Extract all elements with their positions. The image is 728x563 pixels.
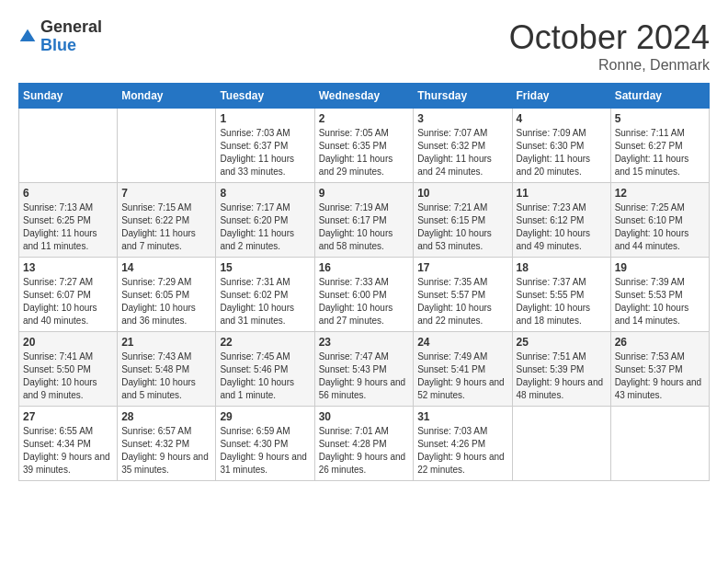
day-info: Sunrise: 7:35 AM Sunset: 5:57 PM Dayligh…: [417, 276, 507, 327]
day-number: 15: [220, 261, 310, 274]
day-info: Sunrise: 7:09 AM Sunset: 6:30 PM Dayligh…: [517, 127, 607, 178]
day-info: Sunrise: 7:45 AM Sunset: 5:46 PM Dayligh…: [220, 350, 310, 402]
calendar-cell: 3Sunrise: 7:07 AM Sunset: 6:32 PM Daylig…: [414, 109, 512, 183]
logo-icon: [18, 28, 37, 46]
calendar-cell: 9Sunrise: 7:19 AM Sunset: 6:17 PM Daylig…: [314, 183, 414, 258]
day-number: 25: [517, 336, 607, 349]
day-info: Sunrise: 7:11 AM Sunset: 6:27 PM Dayligh…: [615, 127, 705, 178]
calendar-cell: 25Sunrise: 7:51 AM Sunset: 5:39 PM Dayli…: [512, 332, 610, 407]
day-number: 10: [417, 187, 507, 200]
day-number: 27: [23, 410, 113, 423]
calendar-cell: 19Sunrise: 7:39 AM Sunset: 5:53 PM Dayli…: [610, 258, 709, 332]
calendar-cell: 12Sunrise: 7:25 AM Sunset: 6:10 PM Dayli…: [610, 183, 709, 258]
day-number: 7: [121, 187, 211, 200]
day-number: 12: [615, 187, 705, 200]
calendar-cell: 22Sunrise: 7:45 AM Sunset: 5:46 PM Dayli…: [216, 332, 314, 407]
calendar-cell: 5Sunrise: 7:11 AM Sunset: 6:27 PM Daylig…: [610, 109, 709, 183]
day-info: Sunrise: 7:51 AM Sunset: 5:39 PM Dayligh…: [517, 350, 607, 402]
day-info: Sunrise: 7:01 AM Sunset: 4:28 PM Dayligh…: [319, 425, 410, 477]
header: General Blue October 2024 Ronne, Denmark: [18, 18, 710, 74]
calendar-week-5: 27Sunrise: 6:55 AM Sunset: 4:34 PM Dayli…: [19, 407, 710, 481]
calendar-cell: 2Sunrise: 7:05 AM Sunset: 6:35 PM Daylig…: [314, 109, 414, 183]
calendar-cell: 29Sunrise: 6:59 AM Sunset: 4:30 PM Dayli…: [216, 407, 314, 481]
day-info: Sunrise: 7:19 AM Sunset: 6:17 PM Dayligh…: [319, 201, 410, 253]
day-info: Sunrise: 7:29 AM Sunset: 6:05 PM Dayligh…: [121, 276, 211, 327]
calendar-cell: [512, 407, 610, 481]
calendar-cell: [19, 109, 118, 183]
day-info: Sunrise: 7:27 AM Sunset: 6:07 PM Dayligh…: [23, 276, 113, 327]
day-header-saturday: Saturday: [610, 84, 709, 109]
day-number: 11: [517, 187, 607, 200]
title-area: October 2024 Ronne, Denmark: [509, 18, 710, 74]
day-number: 26: [615, 336, 705, 349]
calendar-cell: 14Sunrise: 7:29 AM Sunset: 6:05 PM Dayli…: [118, 258, 216, 332]
day-number: 9: [319, 187, 410, 200]
day-info: Sunrise: 7:39 AM Sunset: 5:53 PM Dayligh…: [615, 276, 705, 327]
day-info: Sunrise: 7:25 AM Sunset: 6:10 PM Dayligh…: [615, 201, 705, 253]
logo-text: General Blue: [40, 18, 102, 55]
day-header-monday: Monday: [118, 84, 216, 109]
day-info: Sunrise: 7:03 AM Sunset: 4:26 PM Dayligh…: [417, 425, 507, 477]
day-info: Sunrise: 7:47 AM Sunset: 5:43 PM Dayligh…: [319, 350, 410, 402]
day-info: Sunrise: 6:59 AM Sunset: 4:30 PM Dayligh…: [220, 425, 310, 477]
calendar-cell: 28Sunrise: 6:57 AM Sunset: 4:32 PM Dayli…: [118, 407, 216, 481]
calendar-cell: 8Sunrise: 7:17 AM Sunset: 6:20 PM Daylig…: [216, 183, 314, 258]
day-info: Sunrise: 7:33 AM Sunset: 6:00 PM Dayligh…: [319, 276, 410, 327]
day-info: Sunrise: 7:21 AM Sunset: 6:15 PM Dayligh…: [417, 201, 507, 253]
calendar-cell: 24Sunrise: 7:49 AM Sunset: 5:41 PM Dayli…: [414, 332, 512, 407]
day-number: 13: [23, 261, 113, 274]
calendar-cell: 17Sunrise: 7:35 AM Sunset: 5:57 PM Dayli…: [414, 258, 512, 332]
calendar-cell: 7Sunrise: 7:15 AM Sunset: 6:22 PM Daylig…: [118, 183, 216, 258]
calendar-cell: 10Sunrise: 7:21 AM Sunset: 6:15 PM Dayli…: [414, 183, 512, 258]
day-number: 19: [615, 261, 705, 274]
calendar-cell: 11Sunrise: 7:23 AM Sunset: 6:12 PM Dayli…: [512, 183, 610, 258]
calendar-cell: 13Sunrise: 7:27 AM Sunset: 6:07 PM Dayli…: [19, 258, 118, 332]
day-number: 16: [319, 261, 410, 274]
calendar-header-row: SundayMondayTuesdayWednesdayThursdayFrid…: [19, 84, 710, 109]
day-number: 17: [417, 261, 507, 274]
day-info: Sunrise: 7:41 AM Sunset: 5:50 PM Dayligh…: [23, 350, 113, 402]
day-number: 20: [23, 336, 113, 349]
svg-marker-0: [20, 29, 36, 40]
day-number: 30: [319, 410, 410, 423]
day-info: Sunrise: 7:49 AM Sunset: 5:41 PM Dayligh…: [417, 350, 507, 402]
calendar-cell: [118, 109, 216, 183]
day-info: Sunrise: 7:37 AM Sunset: 5:55 PM Dayligh…: [517, 276, 607, 327]
day-number: 6: [23, 187, 113, 200]
calendar-cell: 21Sunrise: 7:43 AM Sunset: 5:48 PM Dayli…: [118, 332, 216, 407]
day-info: Sunrise: 7:03 AM Sunset: 6:37 PM Dayligh…: [220, 127, 310, 178]
calendar-week-2: 6Sunrise: 7:13 AM Sunset: 6:25 PM Daylig…: [19, 183, 710, 258]
calendar-cell: 6Sunrise: 7:13 AM Sunset: 6:25 PM Daylig…: [19, 183, 118, 258]
day-info: Sunrise: 7:23 AM Sunset: 6:12 PM Dayligh…: [517, 201, 607, 253]
calendar-cell: 4Sunrise: 7:09 AM Sunset: 6:30 PM Daylig…: [512, 109, 610, 183]
day-header-thursday: Thursday: [414, 84, 512, 109]
day-number: 21: [121, 336, 211, 349]
calendar-cell: 15Sunrise: 7:31 AM Sunset: 6:02 PM Dayli…: [216, 258, 314, 332]
day-number: 28: [121, 410, 211, 423]
day-number: 31: [417, 410, 507, 423]
day-number: 3: [417, 112, 507, 125]
calendar-cell: 1Sunrise: 7:03 AM Sunset: 6:37 PM Daylig…: [216, 109, 314, 183]
day-header-wednesday: Wednesday: [314, 84, 414, 109]
day-info: Sunrise: 6:55 AM Sunset: 4:34 PM Dayligh…: [23, 425, 113, 477]
calendar-week-1: 1Sunrise: 7:03 AM Sunset: 6:37 PM Daylig…: [19, 109, 710, 183]
day-header-tuesday: Tuesday: [216, 84, 314, 109]
day-number: 22: [220, 336, 310, 349]
calendar-cell: [610, 407, 709, 481]
calendar-cell: 31Sunrise: 7:03 AM Sunset: 4:26 PM Dayli…: [414, 407, 512, 481]
logo-blue: Blue: [40, 37, 102, 55]
day-number: 24: [417, 336, 507, 349]
month-title: October 2024: [509, 18, 710, 57]
day-number: 5: [615, 112, 705, 125]
calendar-cell: 16Sunrise: 7:33 AM Sunset: 6:00 PM Dayli…: [314, 258, 414, 332]
day-number: 29: [220, 410, 310, 423]
day-number: 2: [319, 112, 410, 125]
day-number: 23: [319, 336, 410, 349]
calendar-cell: 23Sunrise: 7:47 AM Sunset: 5:43 PM Dayli…: [314, 332, 414, 407]
calendar-cell: 18Sunrise: 7:37 AM Sunset: 5:55 PM Dayli…: [512, 258, 610, 332]
calendar-week-3: 13Sunrise: 7:27 AM Sunset: 6:07 PM Dayli…: [19, 258, 710, 332]
logo-general: General: [40, 18, 102, 37]
day-header-sunday: Sunday: [19, 84, 118, 109]
day-info: Sunrise: 7:13 AM Sunset: 6:25 PM Dayligh…: [23, 201, 113, 253]
day-number: 14: [121, 261, 211, 274]
